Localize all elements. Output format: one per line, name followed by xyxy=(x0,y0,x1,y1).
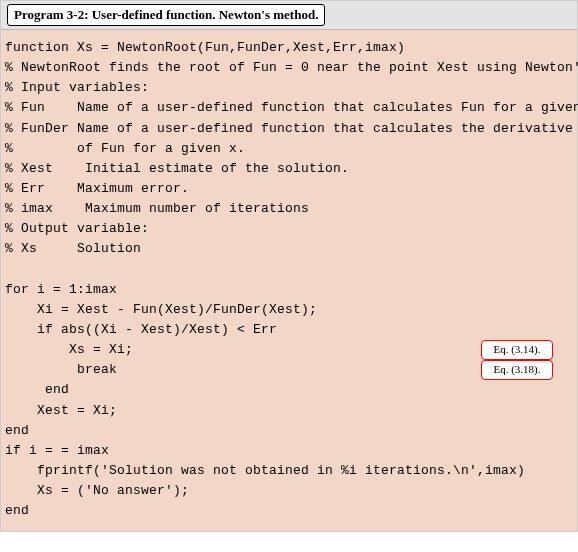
equation-annotation-2: Eq. (3.18). xyxy=(481,360,553,380)
code-line: % NewtonRoot finds the root of Fun = 0 n… xyxy=(5,60,578,75)
code-line: end xyxy=(5,382,69,397)
code-line: % Xs Solution xyxy=(5,241,141,256)
code-line: % FunDer Name of a user-defined function… xyxy=(5,121,573,136)
code-line: % Err Maximum error. xyxy=(5,181,189,196)
code-line: % Xest Initial estimate of the solution. xyxy=(5,161,349,176)
code-line: % Fun Name of a user-defined function th… xyxy=(5,100,578,115)
code-line: for i = 1:imax xyxy=(5,282,117,297)
code-line: Xs = ('No answer'); xyxy=(5,483,189,498)
code-line: % of Fun for a given x. xyxy=(5,141,245,156)
code-line: % Input variables: xyxy=(5,80,149,95)
program-title-box: Program 3-2: User-defined function. Newt… xyxy=(7,4,325,26)
title-rest: User-defined function. Newton's method. xyxy=(88,7,318,22)
title-prefix: Program 3-2: xyxy=(14,7,88,22)
code-line: end xyxy=(5,503,29,518)
code-block: function Xs = NewtonRoot(Fun,FunDer,Xest… xyxy=(0,30,578,532)
code-line: Xest = Xi; xyxy=(5,403,117,418)
equation-annotation-1: Eq. (3.14). xyxy=(481,340,553,360)
code-line: Xi = Xest - Fun(Xest)/FunDer(Xest); xyxy=(5,302,317,317)
code-line: break xyxy=(5,362,117,377)
code-line: % Output variable: xyxy=(5,221,149,236)
title-bar: Program 3-2: User-defined function. Newt… xyxy=(0,0,578,30)
code-line: function Xs = NewtonRoot(Fun,FunDer,Xest… xyxy=(5,40,405,55)
code-line: end xyxy=(5,423,29,438)
code-line: if i = = imax xyxy=(5,443,109,458)
code-line: Xs = Xi; xyxy=(5,342,133,357)
code-content: function Xs = NewtonRoot(Fun,FunDer,Xest… xyxy=(5,38,573,521)
code-line: fprintf('Solution was not obtained in %i… xyxy=(5,463,525,478)
code-line: % imax Maximum number of iterations xyxy=(5,201,309,216)
code-line: if abs((Xi - Xest)/Xest) < Err xyxy=(5,322,277,337)
